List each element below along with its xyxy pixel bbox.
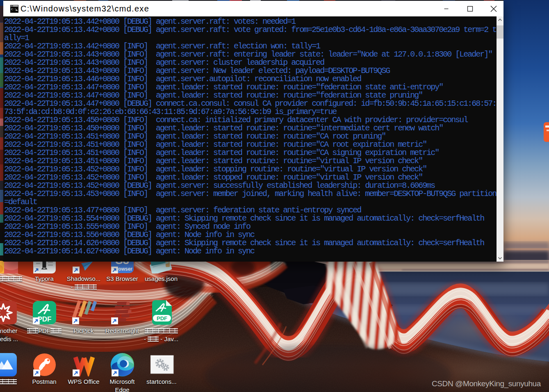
- svg-text:PDF: PDF: [157, 315, 167, 321]
